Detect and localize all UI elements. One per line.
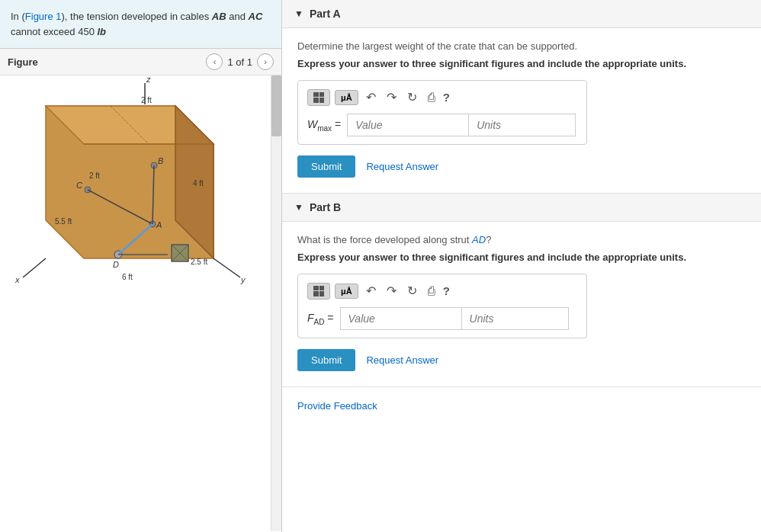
- part-b-section: ▼ Part B What is the force developed alo…: [282, 194, 761, 387]
- part-a-collapse-icon[interactable]: ▼: [294, 8, 303, 19]
- part-a-section: ▼ Part A Determine the largest weight of…: [282, 0, 761, 194]
- svg-text:6 ft: 6 ft: [122, 273, 133, 281]
- part-b-redo-button[interactable]: ↷: [384, 282, 400, 300]
- part-b-value-input[interactable]: [340, 307, 462, 330]
- figure-page: 1 of 1: [227, 56, 252, 68]
- prev-figure-button[interactable]: ‹: [206, 53, 223, 70]
- svg-text:x: x: [14, 275, 20, 284]
- part-b-body: What is the force developed along strut …: [282, 222, 761, 386]
- svg-line-9: [214, 258, 240, 277]
- figure-label: Figure: [8, 56, 38, 68]
- part-a-request-answer-link[interactable]: Request Answer: [366, 161, 438, 172]
- part-b-keyboard-button[interactable]: ⎙: [425, 283, 438, 300]
- part-a-input-row: Wmax =: [307, 114, 577, 136]
- svg-text:2.5 ft: 2.5 ft: [191, 258, 207, 266]
- part-b-submit-button[interactable]: Submit: [297, 349, 355, 371]
- part-b-refresh-button[interactable]: ↻: [404, 282, 420, 300]
- part-a-submit-button[interactable]: Submit: [297, 155, 355, 178]
- part-a-refresh-button[interactable]: ↻: [404, 88, 420, 106]
- part-b-grid-button[interactable]: [307, 283, 330, 300]
- part-a-toolbar: μÅ ↶ ↷ ↻ ⎙ ?: [307, 88, 577, 106]
- figure-scrollbar[interactable]: [271, 75, 281, 531]
- part-b-input-row: FAD =: [307, 307, 577, 330]
- part-b-undo-button[interactable]: ↶: [363, 282, 379, 300]
- figure-scroll-thumb: [271, 75, 281, 136]
- part-a-mu-button[interactable]: μÅ: [335, 90, 358, 105]
- part-a-label: Part A: [310, 8, 341, 20]
- svg-text:z: z: [146, 75, 151, 84]
- part-a-help-button[interactable]: ?: [443, 91, 450, 104]
- feedback-section: Provide Feedback: [282, 387, 761, 424]
- figure-nav: ‹ 1 of 1 ›: [206, 53, 274, 70]
- figure-canvas: z x y C B A: [0, 75, 281, 531]
- svg-text:D: D: [113, 260, 119, 269]
- svg-line-7: [23, 258, 46, 277]
- part-b-action-row: Submit Request Answer: [297, 349, 746, 371]
- part-a-instruction: Express your answer to three significant…: [297, 58, 746, 69]
- part-b-units-input[interactable]: [462, 307, 569, 330]
- part-b-question: What is the force developed along strut …: [297, 234, 746, 245]
- part-a-grid-button[interactable]: [307, 89, 330, 106]
- part-a-redo-button[interactable]: ↷: [384, 88, 400, 106]
- right-panel: ▼ Part A Determine the largest weight of…: [282, 0, 761, 532]
- figure-area: Figure ‹ 1 of 1 › z: [0, 49, 281, 532]
- svg-text:2 ft: 2 ft: [89, 171, 100, 180]
- svg-text:B: B: [158, 156, 163, 165]
- part-a-question: Determine the largest weight of the crat…: [297, 40, 746, 52]
- part-b-request-answer-link[interactable]: Request Answer: [366, 354, 438, 366]
- part-a-units-input[interactable]: [469, 114, 576, 136]
- svg-text:2 ft: 2 ft: [141, 96, 152, 104]
- figure-link[interactable]: Figure 1: [25, 11, 62, 22]
- part-a-keyboard-button[interactable]: ⎙: [425, 89, 438, 106]
- part-a-action-row: Submit Request Answer: [297, 155, 746, 178]
- svg-text:y: y: [240, 275, 246, 284]
- part-b-answer-box: μÅ ↶ ↷ ↻ ⎙ ? FAD =: [297, 274, 587, 338]
- svg-text:5.5 ft: 5.5 ft: [55, 217, 72, 226]
- part-a-header: ▼ Part A: [282, 0, 761, 28]
- part-b-toolbar: μÅ ↶ ↷ ↻ ⎙ ?: [307, 282, 577, 300]
- part-a-input-label: Wmax =: [307, 118, 341, 133]
- part-b-help-button[interactable]: ?: [443, 284, 450, 297]
- part-b-label: Part B: [310, 201, 341, 213]
- part-a-value-input[interactable]: [347, 114, 469, 136]
- part-b-header: ▼ Part B: [282, 194, 761, 222]
- problem-text: In (Figure 1), the tension developed in …: [0, 0, 281, 49]
- left-panel: In (Figure 1), the tension developed in …: [0, 0, 282, 532]
- provide-feedback-link[interactable]: Provide Feedback: [297, 400, 377, 412]
- part-a-body: Determine the largest weight of the crat…: [282, 28, 761, 193]
- part-a-answer-box: μÅ ↶ ↷ ↻ ⎙ ? Wmax =: [297, 80, 587, 145]
- part-b-input-label: FAD =: [307, 312, 334, 326]
- svg-text:A: A: [156, 220, 162, 229]
- part-b-collapse-icon[interactable]: ▼: [294, 202, 303, 213]
- next-figure-button[interactable]: ›: [257, 53, 274, 70]
- figure-header: Figure ‹ 1 of 1 ›: [0, 49, 281, 75]
- part-a-undo-button[interactable]: ↶: [363, 88, 379, 106]
- part-b-instruction: Express your answer to three significant…: [297, 252, 746, 263]
- svg-text:4 ft: 4 ft: [193, 179, 204, 187]
- part-b-mu-button[interactable]: μÅ: [335, 284, 358, 299]
- svg-text:C: C: [76, 181, 82, 190]
- figure-svg: z x y C B A: [0, 75, 259, 296]
